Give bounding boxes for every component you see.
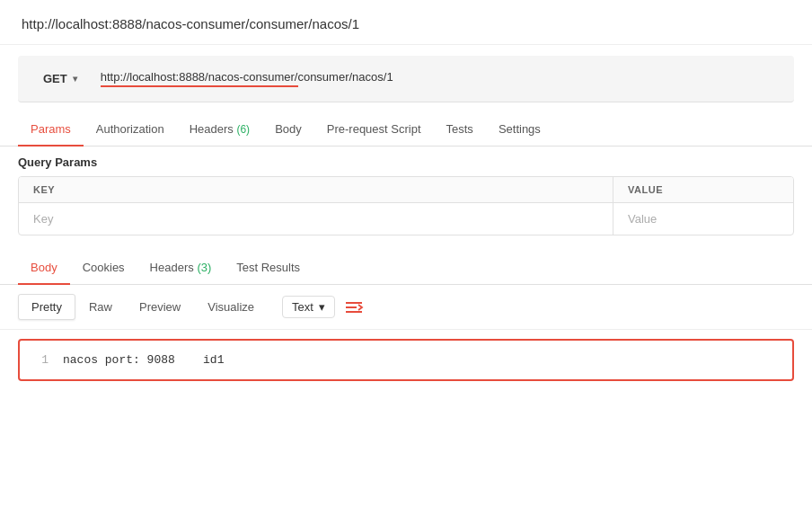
format-btn-preview[interactable]: Preview bbox=[126, 294, 194, 320]
col-value-header: VALUE bbox=[613, 177, 793, 202]
code-content: nacos port: 9088 id1 bbox=[63, 353, 224, 367]
response-tab-testresults[interactable]: Test Results bbox=[224, 252, 313, 285]
tab-body[interactable]: Body bbox=[262, 113, 314, 147]
method-label: GET bbox=[43, 72, 67, 85]
page-title: http://localhost:8888/nacos-consumer/con… bbox=[22, 16, 359, 31]
response-tab-body[interactable]: Body bbox=[18, 252, 70, 285]
url-text: http://localhost:8888/nacos-consumer/con… bbox=[101, 70, 769, 84]
query-params-table: KEY VALUE Key Value bbox=[18, 176, 794, 235]
tab-prerequest[interactable]: Pre-request Script bbox=[314, 113, 434, 147]
text-type-select[interactable]: Text ▾ bbox=[282, 296, 335, 318]
col-key-header: KEY bbox=[19, 177, 613, 202]
format-btn-raw[interactable]: Raw bbox=[75, 294, 126, 320]
format-bar: Pretty Raw Preview Visualize Text ▾ bbox=[0, 285, 812, 330]
headers-badge: (6) bbox=[236, 123, 250, 136]
response-code-block: 1 nacos port: 9088 id1 bbox=[18, 339, 794, 381]
tab-settings[interactable]: Settings bbox=[486, 113, 553, 147]
tab-params[interactable]: Params bbox=[18, 113, 84, 147]
response-tab-cookies[interactable]: Cookies bbox=[70, 252, 137, 285]
url-display[interactable]: http://localhost:8888/nacos-consumer/con… bbox=[93, 67, 776, 91]
tab-tests[interactable]: Tests bbox=[434, 113, 486, 147]
key-cell[interactable]: Key bbox=[19, 203, 613, 235]
tab-authorization[interactable]: Authorization bbox=[84, 113, 177, 147]
tab-headers[interactable]: Headers (6) bbox=[177, 113, 262, 147]
format-btn-visualize[interactable]: Visualize bbox=[194, 294, 268, 320]
response-headers-badge: (3) bbox=[197, 261, 211, 274]
value-cell[interactable]: Value bbox=[613, 203, 793, 235]
method-select[interactable]: GET ▾ bbox=[36, 68, 84, 89]
chevron-down-icon: ▾ bbox=[73, 74, 77, 84]
text-type-label: Text bbox=[292, 300, 313, 314]
title-bar: http://localhost:8888/nacos-consumer/con… bbox=[0, 0, 812, 45]
url-underline bbox=[101, 85, 298, 87]
query-params-section-title: Query Params bbox=[0, 147, 812, 176]
table-header: KEY VALUE bbox=[19, 177, 793, 203]
line-number: 1 bbox=[34, 353, 49, 367]
request-tabs: Params Authorization Headers (6) Body Pr… bbox=[0, 113, 812, 147]
request-bar: GET ▾ http://localhost:8888/nacos-consum… bbox=[18, 56, 794, 102]
response-tab-headers[interactable]: Headers (3) bbox=[137, 252, 225, 285]
wrap-icon[interactable] bbox=[344, 299, 364, 315]
response-tabs: Body Cookies Headers (3) Test Results bbox=[0, 252, 812, 285]
text-type-chevron: ▾ bbox=[319, 300, 325, 314]
table-row: Key Value bbox=[19, 203, 793, 235]
format-btn-pretty[interactable]: Pretty bbox=[18, 294, 75, 320]
response-section: Body Cookies Headers (3) Test Results Pr… bbox=[0, 252, 812, 381]
